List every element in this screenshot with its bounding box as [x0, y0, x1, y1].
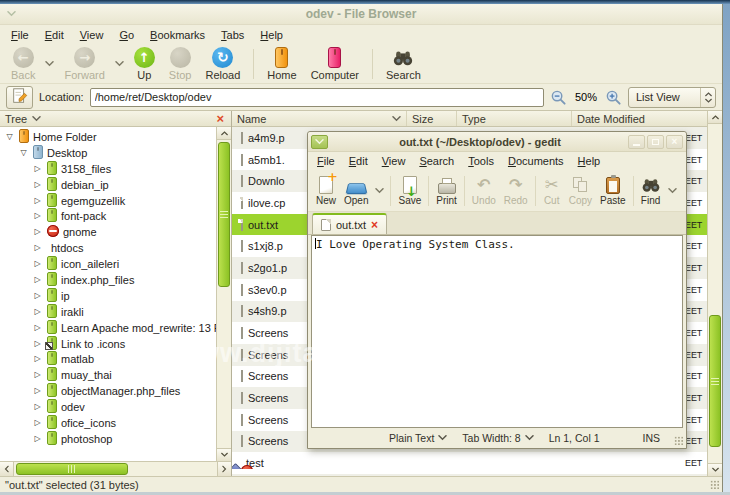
column-header-type[interactable]: Type [457, 111, 572, 126]
reload-button[interactable]: ↻Reload [198, 46, 247, 82]
gedit-menu-file[interactable]: File [310, 153, 342, 169]
fb-menu-file[interactable]: File [3, 27, 37, 43]
fb-menu-go[interactable]: Go [111, 27, 142, 43]
gedit-menu-search[interactable]: Search [412, 153, 461, 169]
computer-button[interactable]: Computer [304, 46, 366, 82]
expander-open-icon[interactable]: ▽ [4, 132, 15, 142]
tree-item-desktop[interactable]: ▽Desktop [0, 145, 216, 161]
expander-closed-icon[interactable]: ▷ [32, 227, 43, 237]
tab-close-icon[interactable]: × [371, 220, 378, 230]
tab-width-selector[interactable]: Tab Width: 8 [462, 432, 533, 444]
tree-item-odev[interactable]: ▷odev [0, 399, 216, 415]
paste-button[interactable]: Paste [596, 174, 630, 207]
expander-closed-icon[interactable]: ▷ [32, 211, 43, 221]
tree-item-photoshop[interactable]: ▷photoshop [0, 431, 216, 447]
scroll-down-arrow[interactable] [217, 448, 231, 461]
expander-closed-icon[interactable]: ▷ [32, 259, 43, 269]
scroll-right-arrow[interactable] [217, 462, 231, 476]
resize-grip[interactable] [710, 480, 720, 490]
tree-item-htdocs[interactable]: ▷htdocs [0, 240, 216, 256]
back-dropdown-chevron-icon[interactable] [42, 44, 57, 83]
gedit-menu-documents[interactable]: Documents [501, 153, 571, 169]
combobox-spinner[interactable] [700, 88, 715, 107]
home-button[interactable]: Home [260, 46, 303, 82]
tree-item-objectmanager-php-files[interactable]: ▷objectManager.php_files [0, 383, 216, 399]
language-selector[interactable]: Plain Text [389, 432, 447, 444]
toolbar-overflow-chevron-icon[interactable] [665, 170, 680, 211]
open-button[interactable]: Open [340, 174, 372, 207]
scrollbar-thumb[interactable] [709, 315, 721, 447]
close-button[interactable]: × [666, 135, 683, 149]
search-button[interactable]: Search [379, 46, 428, 82]
tree-item-debian-ip[interactable]: ▷debian_ip [0, 177, 216, 193]
scroll-up-arrow[interactable] [217, 127, 231, 140]
scroll-down-arrow[interactable] [708, 463, 722, 476]
expander-closed-icon[interactable]: ▷ [32, 323, 43, 333]
zoom-in-icon[interactable] [605, 89, 622, 106]
expander-closed-icon[interactable]: ▷ [32, 243, 43, 253]
expander-closed-icon[interactable]: ▷ [32, 307, 43, 317]
scroll-left-arrow[interactable] [0, 462, 14, 476]
expander-closed-icon[interactable]: ▷ [32, 402, 43, 412]
up-button[interactable]: ↑Up [127, 46, 162, 82]
fb-menu-view[interactable]: View [72, 27, 112, 43]
list-vertical-scrollbar[interactable] [707, 111, 722, 476]
expander-closed-icon[interactable]: ▷ [32, 291, 43, 301]
column-header-date-modified[interactable]: Date Modified [572, 111, 707, 126]
expander-closed-icon[interactable]: ▷ [32, 354, 43, 364]
expander-closed-icon[interactable]: ▷ [32, 180, 43, 190]
expander-closed-icon[interactable]: ▷ [32, 339, 43, 349]
tree-vertical-scrollbar[interactable] [216, 127, 231, 461]
column-header-size[interactable]: Size [407, 111, 457, 126]
tree-item-font-pack[interactable]: ▷font-pack [0, 208, 216, 224]
fb-menu-help[interactable]: Help [252, 27, 291, 43]
window-menu-chevron-icon[interactable] [311, 135, 328, 149]
text-editor-area[interactable]: I Love Operating System Class. [311, 235, 683, 428]
resize-grip[interactable] [674, 436, 684, 446]
expander-closed-icon[interactable]: ▷ [32, 434, 43, 444]
tree-item-icon-aileleri[interactable]: ▷icon_aileleri [0, 256, 216, 272]
open-dropdown-chevron-icon[interactable] [372, 170, 387, 211]
gedit-titlebar[interactable]: out.txt (~/Desktop/odev) - gedit × [308, 132, 686, 152]
scrollbar-thumb[interactable] [16, 463, 128, 475]
expander-closed-icon[interactable]: ▷ [32, 370, 43, 380]
tree-item-matlab[interactable]: ▷matlab [0, 351, 216, 367]
save-button[interactable]: ↓Save [394, 174, 425, 207]
forward-dropdown-chevron-icon[interactable] [112, 44, 127, 83]
tree-item-learn-apache-mod-rewrite-13-real-work[interactable]: ▷Learn Apache mod_rewrite: 13 Real-work [0, 320, 216, 336]
tree-item-3158-files[interactable]: ▷3158_files [0, 161, 216, 177]
column-header-name[interactable]: Name [232, 111, 407, 126]
scroll-up-arrow[interactable] [708, 111, 722, 124]
gedit-menu-edit[interactable]: Edit [342, 153, 375, 169]
file-row-test[interactable]: testEET [232, 452, 707, 474]
gedit-menu-view[interactable]: View [375, 153, 413, 169]
window-menu-chevron-icon[interactable] [7, 11, 16, 17]
minimize-button[interactable] [628, 135, 645, 149]
tree-item-egemguzellik[interactable]: ▷egemguzellik [0, 193, 216, 209]
tree-item-ip[interactable]: ▷ip [0, 288, 216, 304]
expander-closed-icon[interactable]: ▷ [32, 164, 43, 174]
expander-closed-icon[interactable]: ▷ [32, 386, 43, 396]
fb-menu-edit[interactable]: Edit [37, 27, 72, 43]
tree-item-ofice-icons[interactable]: ▷ofice_icons [0, 415, 216, 431]
tree-item-muay-thai[interactable]: ▷muay_thai [0, 367, 216, 383]
location-input[interactable] [90, 88, 544, 107]
tree-horizontal-scrollbar[interactable] [0, 461, 231, 476]
fb-menu-bookmarks[interactable]: Bookmarks [142, 27, 213, 43]
expander-open-icon[interactable]: ▽ [18, 148, 29, 158]
gedit-menu-help[interactable]: Help [571, 153, 608, 169]
maximize-button[interactable] [647, 135, 664, 149]
expander-closed-icon[interactable]: ▷ [32, 418, 43, 428]
expander-closed-icon[interactable]: ▷ [32, 275, 43, 285]
print-button[interactable]: Print [432, 174, 461, 207]
new-button[interactable]: +New [312, 174, 340, 207]
zoom-out-icon[interactable] [550, 89, 567, 106]
find-button[interactable]: Find [637, 174, 665, 207]
tree-item-index-php-files[interactable]: ▷index.php_files [0, 272, 216, 288]
tab-out-txt[interactable]: out.txt × [312, 213, 387, 234]
file-browser-titlebar[interactable]: odev - File Browser [0, 4, 722, 25]
toggle-location-entry-button[interactable] [6, 86, 33, 109]
sidebar-close-button[interactable]: × [216, 113, 224, 125]
tree-item-link-to-icons[interactable]: ▷Link to .icons [0, 336, 216, 352]
scrollbar-thumb[interactable] [218, 142, 230, 287]
